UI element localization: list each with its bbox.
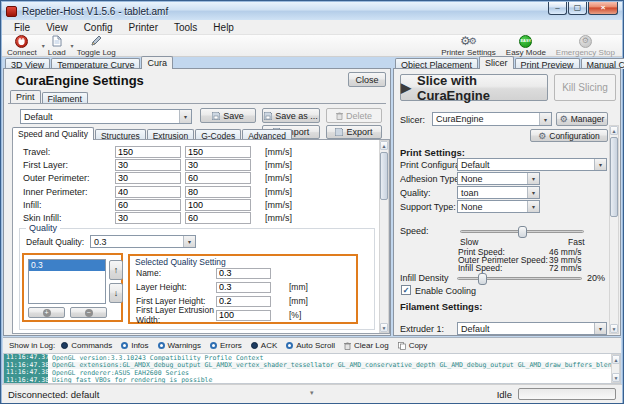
selected-quality-group-label: Selected Quality Setting	[135, 257, 226, 267]
toggle-auto-scroll[interactable]: Auto Scroll	[286, 341, 335, 350]
toggle-warnings[interactable]: Warnings	[158, 341, 202, 350]
slice-button[interactable]: ▶ Slice with CuraEngine	[400, 74, 548, 101]
infill-density-slider-thumb[interactable]	[478, 273, 487, 285]
quality-list-item-selected[interactable]: 0.3	[29, 260, 105, 271]
progress-bar	[518, 388, 616, 400]
commands-toggle-icon	[61, 342, 68, 349]
infill-density-slider[interactable]	[457, 277, 582, 280]
menu-view[interactable]: View	[38, 21, 76, 34]
quality-list-highlight: 0.3 ↑ ↓ + −	[22, 253, 123, 322]
quality-move-up-button[interactable]: ↑	[109, 260, 123, 280]
status-dropdown-icon[interactable]: ▾	[310, 389, 314, 397]
menu-tools[interactable]: Tools	[166, 21, 205, 34]
support-type-select[interactable]: None ▾	[457, 200, 540, 213]
infill-density-label: Infill Density	[400, 273, 449, 283]
quality-move-down-button[interactable]: ↓	[109, 283, 123, 303]
scrollbar-thumb[interactable]	[380, 152, 388, 200]
connect-button[interactable]: Connect	[7, 35, 37, 57]
quality-remove-button[interactable]: −	[70, 307, 107, 318]
log-output[interactable]: 11:16:47.377 OpenGL version:3.3.10243 Co…	[3, 353, 621, 384]
enable-cooling-checkbox[interactable]: ✓	[401, 285, 411, 295]
connect-dropdown-icon[interactable]: ▾	[42, 42, 45, 49]
tab-filament[interactable]: Filament	[42, 92, 89, 103]
infill-speed-min-input[interactable]	[115, 199, 181, 211]
infill-speed-max-input[interactable]	[185, 199, 251, 211]
first-layer-speed-min-input[interactable]	[115, 159, 181, 171]
idle-status: Idle	[497, 389, 512, 400]
scroll-up-icon[interactable]: ▲	[610, 126, 618, 135]
scrollbar-thumb[interactable]	[610, 137, 618, 217]
configuration-button[interactable]: ⚙ Configuration	[530, 129, 608, 142]
save-as-button[interactable]: Save as ...	[262, 108, 320, 123]
menu-config[interactable]: Config	[76, 21, 121, 34]
maximize-button[interactable]: ▢	[568, 2, 587, 15]
title-bar[interactable]: Repetier-Host V1.5.6 - tablet.amf ‒ ▢ ×	[2, 2, 622, 20]
settings-scrollbar[interactable]: ▲ ▼	[379, 140, 389, 333]
first-layer-speed-max-input[interactable]	[185, 159, 251, 171]
travel-speed-max-input[interactable]	[185, 146, 251, 158]
ack-toggle-icon	[251, 342, 258, 349]
tab-cura[interactable]: Cura	[141, 56, 173, 69]
default-quality-select[interactable]: 0.3 ▾	[90, 235, 196, 248]
profile-select[interactable]: Default ▾	[20, 109, 192, 124]
toggle-ack[interactable]: ACK	[251, 341, 277, 350]
printer-settings-button[interactable]: ⚙⚙ Printer Settings	[441, 35, 496, 57]
power-plug-icon	[15, 35, 28, 48]
first-layer-height-input[interactable]	[216, 296, 271, 307]
toggle-log-button[interactable]: Toggle Log	[77, 35, 116, 57]
export-icon	[335, 128, 343, 136]
quality-listbox[interactable]: 0.3	[28, 259, 106, 304]
print-configuration-select[interactable]: Default ▾	[457, 158, 607, 171]
toggle-errors[interactable]: Errors	[210, 341, 242, 350]
tab-slicer[interactable]: Slicer	[479, 56, 514, 69]
show-in-log-label: Show in Log:	[9, 341, 55, 350]
close-window-button[interactable]: ×	[588, 2, 618, 15]
save-button[interactable]: Save	[200, 108, 256, 123]
skin-infill-speed-min-input[interactable]	[115, 212, 181, 224]
first-layer-extrusion-width-input[interactable]	[216, 310, 271, 321]
outer-perimeter-speed-min-input[interactable]	[115, 172, 181, 184]
quality-select[interactable]: toan ▾	[457, 186, 540, 199]
speed-slider[interactable]	[460, 230, 584, 233]
travel-speed-min-input[interactable]	[115, 146, 181, 158]
scroll-down-icon[interactable]: ▼	[612, 373, 620, 382]
layer-height-input[interactable]	[216, 282, 271, 293]
toggle-infos[interactable]: Infos	[121, 341, 148, 350]
minimize-button[interactable]: ‒	[548, 2, 567, 15]
copy-button[interactable]: Copy	[398, 341, 428, 350]
gear-icon: ⚙	[560, 114, 568, 124]
toggle-commands[interactable]: Commands	[61, 341, 112, 350]
scroll-down-icon[interactable]: ▼	[610, 324, 618, 333]
menu-file[interactable]: File	[6, 21, 38, 34]
menu-help[interactable]: Help	[205, 21, 242, 34]
easy-mode-button[interactable]: EASY Easy Mode	[506, 35, 546, 57]
menu-printer[interactable]: Printer	[121, 21, 166, 34]
scroll-up-icon[interactable]: ▲	[612, 355, 620, 364]
load-button[interactable]: Load	[48, 35, 66, 57]
log-scrollbar[interactable]: ▲ ▼	[611, 354, 620, 383]
tab-speed-and-quality[interactable]: Speed and Quality	[12, 127, 94, 140]
quality-name-input[interactable]	[216, 268, 271, 279]
clear-log-button[interactable]: Clear Log	[344, 341, 389, 350]
slicer-panel-scrollbar[interactable]: ▲ ▼	[609, 125, 619, 334]
manager-button[interactable]: ⚙ Manager	[556, 112, 608, 126]
quality-add-button[interactable]: +	[28, 307, 65, 318]
scroll-down-icon[interactable]: ▼	[380, 323, 388, 332]
plus-icon: +	[43, 309, 51, 317]
inner-perimeter-speed-min-input[interactable]	[115, 186, 181, 198]
load-dropdown-icon[interactable]: ▾	[71, 42, 74, 49]
adhesion-type-select[interactable]: None ▾	[457, 172, 540, 185]
easy-mode-icon: EASY	[519, 35, 532, 48]
close-settings-button[interactable]: Close	[348, 72, 386, 87]
tab-print[interactable]: Print	[10, 90, 41, 103]
inner-perimeter-speed-max-input[interactable]	[185, 186, 251, 198]
export-button[interactable]: Export	[326, 125, 382, 139]
layer-height-row: Layer Height: [mm]	[136, 281, 308, 293]
slicer-select[interactable]: CuraEngine ▾	[432, 112, 552, 126]
outer-perimeter-speed-max-input[interactable]	[185, 172, 251, 184]
extruder1-select[interactable]: Default ▾	[457, 322, 607, 335]
speed-slider-thumb[interactable]	[518, 226, 527, 238]
skin-infill-speed-max-input[interactable]	[185, 212, 251, 224]
scroll-up-icon[interactable]: ▲	[380, 141, 388, 150]
speed-row-travel: Travel: [mm/s]	[23, 145, 292, 158]
